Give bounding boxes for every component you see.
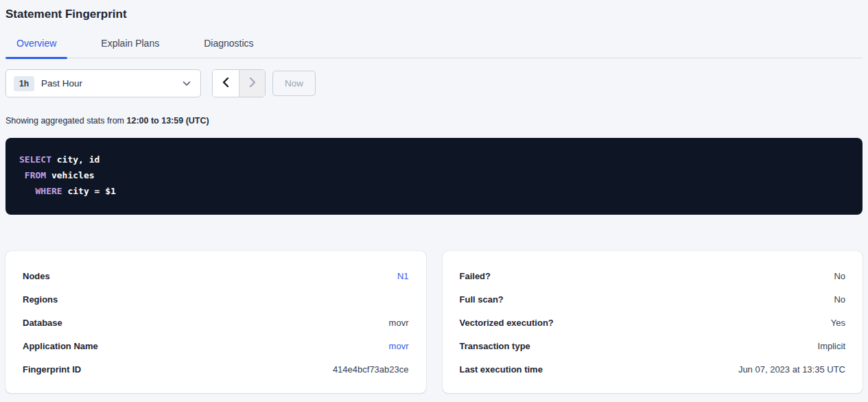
time-range-badge: 1h	[14, 76, 34, 91]
chevron-right-icon	[248, 77, 257, 90]
time-nav-group	[212, 69, 266, 97]
detail-label: Fingerprint ID	[23, 364, 81, 375]
tab-diagnostics[interactable]: Diagnostics	[193, 32, 264, 58]
detail-label: Application Name	[23, 341, 98, 351]
detail-value-link[interactable]: N1	[397, 271, 409, 281]
sql-statement-box: SELECT city, id FROM vehicles WHERE city…	[5, 138, 863, 215]
detail-label: Nodes	[23, 271, 50, 281]
detail-label: Vectorized execution?	[460, 318, 554, 328]
details-cards: NodesN1RegionsDatabasemovrApplication Na…	[5, 251, 863, 393]
statement-details-card: NodesN1RegionsDatabasemovrApplication Na…	[5, 251, 426, 393]
detail-row: Full scan?No	[460, 287, 846, 311]
detail-value: Jun 07, 2023 at 13:35 UTC	[738, 364, 845, 375]
next-time-button[interactable]	[239, 70, 265, 97]
detail-row: Fingerprint ID414e4bcf73ab23ce	[23, 357, 409, 381]
time-range-label: Past Hour	[41, 78, 82, 88]
detail-label: Regions	[23, 294, 58, 305]
detail-row: Failed?No	[460, 264, 846, 287]
detail-label: Failed?	[460, 271, 491, 281]
time-controls: 1h Past Hour Now	[5, 69, 863, 97]
aggregated-stats-text: Showing aggregated stats from 12:00 to 1…	[5, 116, 863, 126]
detail-row: Last execution timeJun 07, 2023 at 13:35…	[460, 357, 846, 381]
execution-details-card: Failed?NoFull scan?NoVectorized executio…	[443, 251, 863, 393]
detail-row: NodesN1	[23, 264, 409, 287]
stats-range: 12:00 to 13:59 (UTC)	[127, 116, 209, 126]
stats-prefix: Showing aggregated stats from	[5, 116, 127, 126]
sql-line: FROM vehicles	[19, 167, 849, 183]
detail-row: Vectorized execution?Yes	[460, 311, 846, 334]
now-button[interactable]: Now	[272, 71, 316, 96]
detail-value: movr	[389, 318, 409, 328]
detail-value: No	[834, 294, 845, 305]
detail-label: Database	[23, 318, 62, 328]
tab-explain-plans[interactable]: Explain Plans	[90, 32, 170, 58]
tab-overview[interactable]: Overview	[5, 32, 67, 58]
sql-line: WHERE city = $1	[19, 183, 849, 199]
sql-line: SELECT city, id	[19, 152, 849, 167]
detail-label: Transaction type	[460, 341, 530, 351]
detail-row: Regions	[23, 287, 409, 311]
detail-value: 414e4bcf73ab23ce	[333, 364, 409, 375]
detail-row: Databasemovr	[23, 311, 409, 334]
detail-value: No	[834, 271, 845, 281]
detail-label: Last execution time	[460, 364, 543, 375]
sql-code: SELECT city, id FROM vehicles WHERE city…	[19, 152, 849, 199]
page-title: Statement Fingerprint	[5, 0, 863, 21]
chevron-down-icon	[183, 81, 191, 86]
detail-value: Yes	[831, 318, 845, 328]
tab-bar: Overview Explain Plans Diagnostics	[5, 32, 863, 58]
detail-row: Transaction typeImplicit	[460, 334, 846, 357]
chevron-left-icon	[222, 77, 230, 90]
detail-value: Implicit	[818, 341, 845, 351]
statement-fingerprint-page: Statement Fingerprint Overview Explain P…	[0, 0, 868, 393]
time-range-dropdown[interactable]: 1h Past Hour	[5, 69, 201, 97]
detail-value-link[interactable]: movr	[389, 341, 409, 351]
prev-time-button[interactable]	[213, 70, 239, 97]
detail-label: Full scan?	[460, 294, 504, 305]
detail-row: Application Namemovr	[23, 334, 409, 357]
